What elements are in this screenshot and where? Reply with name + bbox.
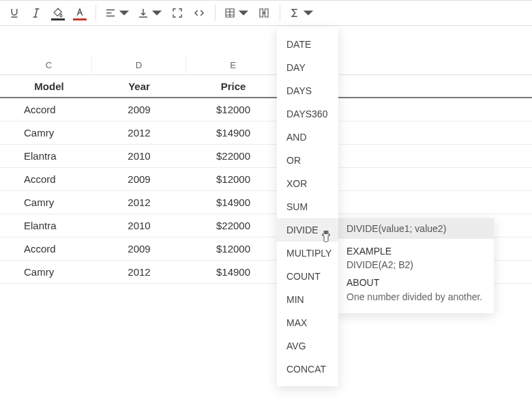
toolbar-separator [95,5,96,21]
function-menu-item[interactable]: MULTIPLY [277,242,338,265]
align-left-icon [104,7,117,19]
header-model[interactable]: Model [6,81,92,92]
table-button[interactable] [221,3,252,23]
toolbar-separator [280,5,280,21]
chevron-down-icon [302,7,314,19]
underline-icon [8,7,20,19]
cell-model[interactable]: Camry [6,197,92,208]
merge-button[interactable] [254,3,274,23]
cell-price[interactable]: $12000 [186,243,280,255]
cell-model[interactable]: Elantra [6,150,92,162]
cell-year[interactable]: 2012 [92,197,186,208]
cell-price[interactable]: $14900 [186,266,280,278]
tooltip-signature: DIVIDE(value1; value2) [338,218,494,239]
cell-year[interactable]: 2010 [92,220,186,231]
cell-model[interactable]: Accord [6,104,92,115]
toolbar-separator [215,5,216,21]
fullscreen-icon [171,7,183,19]
header-year[interactable]: Year [92,81,186,92]
vertical-align-bottom-icon [137,7,149,19]
cell-year[interactable]: 2009 [92,243,186,255]
functions-menu: DATEDAYDAYSDAYS360ANDORXORSUMDIVIDEMULTI… [277,27,338,386]
vertical-align-button[interactable] [134,3,166,23]
cell-model[interactable]: Camry [6,266,92,278]
code-button[interactable] [189,3,209,23]
column-header-c[interactable]: C [6,56,92,75]
function-menu-item[interactable]: MAX [277,311,338,334]
italic-button[interactable] [26,3,46,23]
tooltip-description: One number divided by another. [346,291,486,304]
paint-bucket-icon [52,7,64,19]
function-menu-item[interactable]: MIN [277,288,338,311]
cell-model[interactable]: Accord [6,173,92,185]
cell-model[interactable]: Camry [6,127,92,139]
chevron-down-icon [118,7,130,19]
column-header-d[interactable]: D [92,56,186,75]
tooltip-example: DIVIDE(A2; B2) [346,259,486,270]
header-price[interactable]: Price [186,81,280,92]
function-menu-item[interactable]: OR [277,149,338,172]
underline-button[interactable] [4,3,25,23]
sigma-icon [289,7,301,19]
column-header-e[interactable]: E [186,56,280,75]
tooltip-example-label: EXAMPLE [346,246,486,257]
cell-year[interactable]: 2009 [92,173,186,185]
column-header-row: C D E [0,56,532,75]
merge-cells-icon [258,7,270,19]
cell-price[interactable]: $14900 [186,197,280,208]
table-icon [224,7,236,19]
function-menu-item[interactable]: DAYS360 [277,102,338,126]
cell-price[interactable]: $12000 [186,173,280,185]
table-row: Elantra2010$22000 [0,145,532,168]
tooltip-about-label: ABOUT [346,277,486,288]
function-menu-item[interactable]: AND [277,126,338,149]
function-menu-item[interactable]: DAYS [277,79,338,102]
toolbar [0,0,532,26]
cell-price[interactable]: $22000 [186,150,280,162]
table-header-row: Model Year Price [0,75,532,98]
text-color-icon [74,7,86,19]
function-menu-item[interactable]: COUNT [277,265,338,288]
cell-year[interactable]: 2010 [92,150,186,162]
table-row: Camry2012$14900 [0,191,532,214]
cell-year[interactable]: 2009 [92,104,186,115]
cell-price[interactable]: $14900 [186,127,280,139]
table-row: Accord2009$12000 [0,98,532,121]
fill-color-button[interactable] [48,3,68,23]
cell-year[interactable]: 2012 [92,127,186,139]
chevron-down-icon [237,7,250,19]
italic-icon [30,7,42,19]
cell-price[interactable]: $12000 [186,104,280,115]
cell-model[interactable]: Elantra [6,220,92,231]
table-row: Camry2012$14900 [0,121,532,145]
table-row: Accord2009$12000 [0,168,532,191]
functions-button[interactable] [286,3,317,23]
cell-year[interactable]: 2012 [92,266,186,278]
function-menu-item[interactable]: DIVIDE [277,218,338,242]
function-menu-item[interactable]: DATE [277,33,338,56]
horizontal-align-button[interactable] [102,3,133,23]
fullscreen-button[interactable] [167,3,188,23]
function-menu-item[interactable]: SUM [277,195,338,218]
code-icon [193,7,205,19]
function-menu-item[interactable]: AVG [277,334,338,358]
text-color-button[interactable] [70,3,90,23]
function-menu-item[interactable]: DAY [277,56,338,79]
function-menu-item[interactable]: CONCAT [277,358,338,381]
function-menu-item[interactable]: XOR [277,172,338,195]
cell-model[interactable]: Accord [6,243,92,255]
function-tooltip: DIVIDE(value1; value2) EXAMPLE DIVIDE(A2… [338,218,494,313]
cell-price[interactable]: $22000 [186,220,280,231]
chevron-down-icon [151,7,163,19]
